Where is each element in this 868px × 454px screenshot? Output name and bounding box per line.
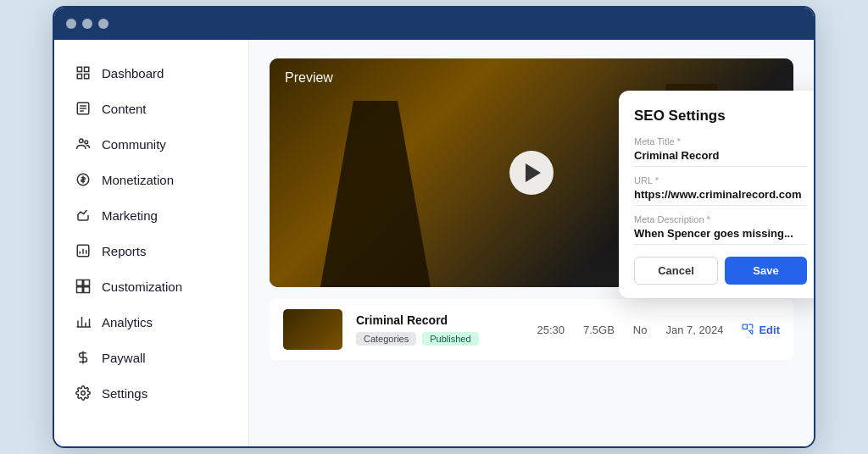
svg-rect-3 xyxy=(85,75,89,79)
sidebar-label-content: Content xyxy=(102,102,147,116)
meta-duration: 25:30 xyxy=(537,324,565,336)
svg-point-25 xyxy=(81,391,86,396)
paywall-icon xyxy=(75,349,92,366)
seo-meta-desc-value[interactable]: When Spencer goes missing... xyxy=(634,227,807,245)
dot-1 xyxy=(66,19,76,29)
sidebar-item-paywall[interactable]: Paywall xyxy=(54,340,248,375)
sidebar-item-customization[interactable]: Customization xyxy=(54,269,248,304)
sidebar-label-analytics: Analytics xyxy=(102,315,153,329)
dot-2 xyxy=(82,19,92,29)
sidebar-label-monetization: Monetization xyxy=(102,173,174,187)
sidebar-label-customization: Customization xyxy=(102,280,182,294)
sidebar-item-analytics[interactable]: Analytics xyxy=(54,304,248,340)
sidebar-item-content[interactable]: Content xyxy=(54,91,248,126)
svg-rect-2 xyxy=(77,75,81,79)
main-content: Preview Criminal Record Categories Publi… xyxy=(249,40,814,446)
seo-meta-title-label: Meta Title * xyxy=(634,136,807,147)
svg-rect-1 xyxy=(85,67,89,71)
seo-meta-title-value[interactable]: Criminal Record xyxy=(634,149,807,167)
edit-label: Edit xyxy=(759,324,780,336)
sidebar-item-community[interactable]: Community xyxy=(54,126,248,162)
sidebar-label-dashboard: Dashboard xyxy=(102,66,164,80)
cancel-button[interactable]: Cancel xyxy=(634,257,718,285)
preview-label: Preview xyxy=(285,70,333,86)
tag-published: Published xyxy=(422,332,478,346)
seo-url-field: URL * https://www.criminalrecord.com xyxy=(634,175,807,206)
community-icon xyxy=(75,136,92,152)
svg-rect-16 xyxy=(84,280,90,286)
tag-categories: Categories xyxy=(356,332,416,346)
svg-rect-0 xyxy=(77,67,81,71)
content-icon xyxy=(75,100,92,117)
sidebar: Dashboard Content Commun xyxy=(54,40,249,446)
dot-3 xyxy=(98,19,108,29)
content-info: Criminal Record Categories Published xyxy=(356,313,523,346)
seo-popup: SEO Settings Meta Title * Criminal Recor… xyxy=(619,91,814,298)
meta-size: 7.5GB xyxy=(583,324,615,336)
sidebar-label-community: Community xyxy=(102,137,166,152)
seo-meta-title-field: Meta Title * Criminal Record xyxy=(634,136,807,167)
sidebar-label-marketing: Marketing xyxy=(102,208,158,223)
browser-body: Dashboard Content Commun xyxy=(54,40,814,446)
svg-rect-15 xyxy=(77,280,83,286)
monetization-icon xyxy=(75,171,92,188)
sidebar-item-reports[interactable]: Reports xyxy=(54,233,248,269)
play-button[interactable] xyxy=(509,151,554,195)
browser-titlebar xyxy=(54,8,814,40)
edit-button[interactable]: Edit xyxy=(742,324,780,336)
svg-point-8 xyxy=(80,139,84,143)
customization-icon xyxy=(75,278,92,295)
svg-rect-26 xyxy=(743,324,748,329)
svg-rect-18 xyxy=(84,287,90,293)
content-thumbnail xyxy=(283,309,342,350)
svg-point-9 xyxy=(85,141,88,144)
settings-icon xyxy=(75,385,92,401)
dashboard-icon xyxy=(75,64,92,81)
tags: Categories Published xyxy=(356,332,523,346)
seo-actions: Cancel Save xyxy=(634,257,807,285)
sidebar-label-settings: Settings xyxy=(102,386,147,401)
meta-date: Jan 7, 2024 xyxy=(665,324,723,336)
reports-icon xyxy=(75,242,92,259)
sidebar-label-reports: Reports xyxy=(102,244,147,258)
seo-popup-title: SEO Settings xyxy=(634,108,807,125)
content-row: Criminal Record Categories Published 25:… xyxy=(270,299,793,360)
character-left xyxy=(320,101,431,287)
sidebar-item-dashboard[interactable]: Dashboard xyxy=(54,55,248,91)
seo-meta-desc-field: Meta Description * When Spencer goes mis… xyxy=(634,214,807,245)
seo-url-label: URL * xyxy=(634,175,807,185)
svg-rect-17 xyxy=(77,287,83,293)
analytics-icon xyxy=(75,313,92,330)
marketing-icon xyxy=(75,207,92,224)
save-button[interactable]: Save xyxy=(725,257,807,285)
sidebar-item-marketing[interactable]: Marketing xyxy=(54,197,248,233)
browser-window: Dashboard Content Commun xyxy=(53,6,815,448)
seo-meta-desc-label: Meta Description * xyxy=(634,214,807,224)
play-triangle-icon xyxy=(526,163,541,182)
content-title: Criminal Record xyxy=(356,313,523,327)
sidebar-label-paywall: Paywall xyxy=(102,351,146,365)
seo-url-value[interactable]: https://www.criminalrecord.com xyxy=(634,188,807,206)
sidebar-item-monetization[interactable]: Monetization xyxy=(54,162,248,197)
content-meta: 25:30 7.5GB No Jan 7, 2024 Edit xyxy=(537,324,780,336)
meta-no: No xyxy=(633,324,648,336)
edit-icon xyxy=(742,324,754,335)
sidebar-item-settings[interactable]: Settings xyxy=(54,375,248,411)
